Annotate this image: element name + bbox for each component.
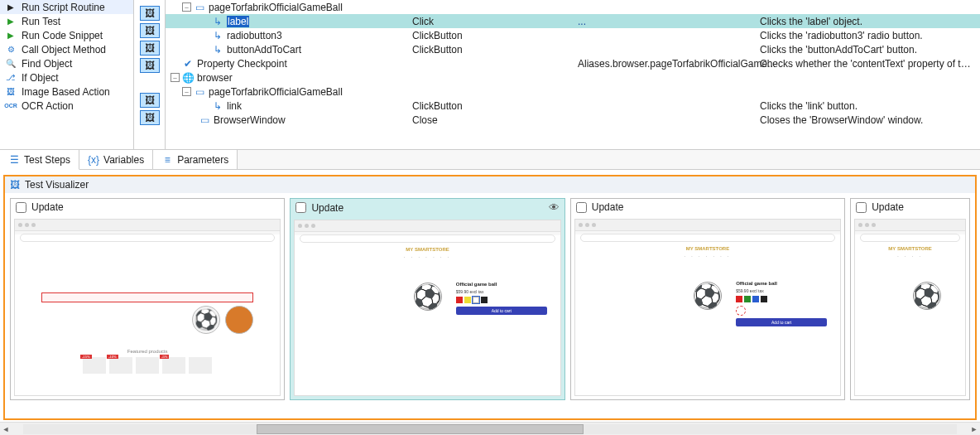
scroll-thumb[interactable] <box>257 424 584 434</box>
tree-row[interactable]: ↳ buttonAddToCart ClickButton Clicks the… <box>166 42 980 56</box>
gear-icon: ⚙ <box>5 44 17 56</box>
soccer-ball-icon <box>913 282 941 310</box>
eye-icon[interactable]: 👁 <box>549 201 560 214</box>
checkpoint-icon: ✔ <box>182 58 194 70</box>
action-label: If Object <box>22 72 59 84</box>
horizontal-scrollbar[interactable]: ◄ ► <box>0 422 980 435</box>
update-checkbox[interactable] <box>16 202 26 213</box>
tab-parameters[interactable]: ≡Parameters <box>153 150 238 169</box>
store-logo: MY SMARTSTORE <box>406 247 449 252</box>
node-name: pageTorfabrikOfficialGameBall <box>209 86 449 98</box>
action-call-object-method[interactable]: ⚙Call Object Method <box>0 42 133 56</box>
collapse-icon[interactable]: – <box>182 87 191 96</box>
thumb-icon[interactable]: 🖼 <box>140 23 160 38</box>
action-icon: ↳ <box>212 16 223 27</box>
scroll-track[interactable] <box>23 424 957 434</box>
product-title: Official game ball <box>736 281 827 286</box>
visualizer-frame[interactable]: Update ⚽ Featured products -15% -10% <box>10 198 285 400</box>
tree-row[interactable]: ↳ link ClickButton Clicks the 'link' but… <box>166 99 980 113</box>
page-icon: ▭ <box>194 2 205 13</box>
thumbnail-strip: 🖼 🖼 🖼 🖼 🖼 🖼 <box>134 0 166 149</box>
window-icon: ▭ <box>199 114 210 126</box>
update-label: Update <box>311 202 343 214</box>
action-run-test[interactable]: ▶Run Test <box>0 14 133 28</box>
tab-variables[interactable]: {x}Variables <box>79 150 153 169</box>
node-operation: Click <box>412 16 578 27</box>
thumb-icon[interactable]: 🖼 <box>140 6 160 21</box>
tree-row[interactable]: – 🌐 browser <box>166 70 980 85</box>
scroll-right-button[interactable]: ► <box>968 423 980 435</box>
collapse-icon[interactable]: – <box>171 73 180 82</box>
screenshot-thumb: MY SMARTSTORE · · · · <box>854 219 966 396</box>
visualizer-frame-selected[interactable]: Update 👁 MY SMARTSTORE · · · · · · · Off… <box>290 198 564 400</box>
node-description: Clicks the 'link' button. <box>760 100 980 112</box>
add-to-cart-button: Add to cart <box>456 307 547 315</box>
screenshot-thumb: ⚽ Featured products -15% -10% -5% <box>14 219 281 396</box>
node-value: Aliases.browser.pageTorfabrikOfficialGam… <box>578 58 760 70</box>
tree-row[interactable]: ▭ BrowserWindow Close Closes the 'Browse… <box>166 113 980 127</box>
thumb-icon[interactable]: 🖼 <box>140 58 160 73</box>
tree-row[interactable]: – ▭ pageTorfabrikOfficialGameBall <box>166 0 980 14</box>
action-label: OCR Action <box>22 100 74 112</box>
visualizer-frame[interactable]: Update MY SMARTSTORE · · · · <box>850 198 970 400</box>
action-label: Run Script Routine <box>22 2 105 13</box>
node-description: Clicks the 'radiobutton3' radio button. <box>760 30 980 41</box>
node-description: Clicks the 'label' object. <box>760 16 980 27</box>
nav-line: · · · · <box>897 254 923 259</box>
tree-row-selected[interactable]: ↳ label Click ... Clicks the 'label' obj… <box>166 14 980 28</box>
thumb-icon[interactable]: 🖼 <box>140 41 160 56</box>
update-label: Update <box>592 201 624 213</box>
action-label: Run Code Snippet <box>22 30 103 41</box>
test-visualizer-panel: 🖼 Test Visualizer Update ⚽ Featured <box>3 175 977 420</box>
branch-icon: ⎇ <box>5 72 17 84</box>
ocr-icon: OCR <box>5 100 17 112</box>
soccer-ball-icon <box>414 283 442 311</box>
image-icon: 🖼 <box>10 179 20 191</box>
product-card: Official game ball $59.90 excl tax Add t… <box>736 281 827 326</box>
node-name: pageTorfabrikOfficialGameBall <box>209 2 449 13</box>
tree-row[interactable]: ✔ Property Checkpoint Aliases.browser.pa… <box>166 56 980 70</box>
action-image-based[interactable]: 🖼Image Based Action <box>0 85 133 99</box>
update-checkbox[interactable] <box>576 202 587 213</box>
tree-row[interactable]: – ▭ pageTorfabrikOfficialGameBall <box>166 85 980 99</box>
product-card: Official game ball $59.90 excl tax Add t… <box>456 282 547 315</box>
thumb-icon[interactable]: 🖼 <box>140 110 160 125</box>
action-ocr[interactable]: OCROCR Action <box>0 99 133 113</box>
page-icon: ▭ <box>194 86 205 98</box>
update-label: Update <box>31 201 64 213</box>
tab-label: Variables <box>103 154 144 166</box>
store-logo: MY SMARTSTORE <box>686 246 729 251</box>
add-to-cart-button: Add to cart <box>736 318 827 326</box>
action-if-object[interactable]: ⎇If Object <box>0 70 133 85</box>
bottom-tabs: ☰Test Steps {x}Variables ≡Parameters <box>0 149 980 170</box>
tab-label: Parameters <box>177 154 228 166</box>
action-icon: ↳ <box>212 44 223 56</box>
nav-line: · · · · · · · <box>684 254 731 259</box>
node-value[interactable]: ... <box>578 16 760 27</box>
update-checkbox[interactable] <box>295 202 306 213</box>
play-icon: ▶ <box>5 30 17 41</box>
action-run-script-routine[interactable]: ▶Run Script Routine <box>0 0 133 14</box>
scroll-left-button[interactable]: ◄ <box>0 423 12 435</box>
node-name: BrowserWindow <box>214 114 412 126</box>
test-steps-tree: – ▭ pageTorfabrikOfficialGameBall ↳ labe… <box>166 0 980 149</box>
tree-row[interactable]: ↳ radiobutton3 ClickButton Clicks the 'r… <box>166 28 980 42</box>
var-icon: {x} <box>88 154 99 166</box>
action-find-object[interactable]: 🔍Find Object <box>0 56 133 70</box>
list-icon: ☰ <box>8 154 20 166</box>
play-icon: ▶ <box>5 16 17 27</box>
collapse-icon[interactable]: – <box>182 2 191 12</box>
action-run-code-snippet[interactable]: ▶Run Code Snippet <box>0 28 133 42</box>
play-icon: ▶ <box>5 2 17 13</box>
product-title: Official game ball <box>456 282 547 287</box>
action-label: Run Test <box>22 16 60 27</box>
update-checkbox[interactable] <box>856 202 867 213</box>
screenshot-thumb: MY SMARTSTORE · · · · · · · Official gam… <box>294 220 560 396</box>
nav-line: · · · · · · · <box>404 254 451 259</box>
image-icon: 🖼 <box>5 86 17 98</box>
action-label: Image Based Action <box>22 86 110 98</box>
node-description: Clicks the 'buttonAddToCart' button. <box>760 44 980 56</box>
visualizer-frame[interactable]: Update MY SMARTSTORE · · · · · · · Offic… <box>570 198 845 400</box>
tab-test-steps[interactable]: ☰Test Steps <box>0 150 79 170</box>
thumb-icon[interactable]: 🖼 <box>140 93 160 108</box>
